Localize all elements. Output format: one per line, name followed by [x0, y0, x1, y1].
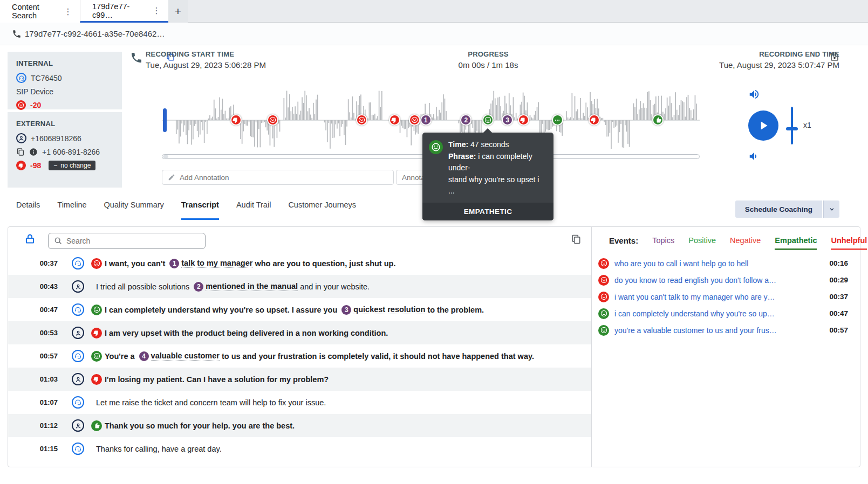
waveform-marker-angry[interactable]	[356, 114, 367, 126]
minus-icon: −	[53, 162, 57, 169]
volume-down-icon[interactable]	[748, 150, 760, 162]
tab-content-search[interactable]: Content Search ⋮	[0, 0, 80, 23]
tooltip-time-value: 47 seconds	[470, 140, 509, 149]
waveform-marker-thumbdown[interactable]	[589, 114, 600, 126]
copy-transcript-icon[interactable]	[571, 234, 582, 245]
agent-avatar-icon	[72, 396, 84, 409]
topic-phrase[interactable]: quickest resolution	[353, 305, 425, 314]
topic-phrase[interactable]: talk to my manager	[181, 259, 252, 268]
events-list: who are you to call i want help go to he…	[592, 255, 860, 338]
angry-sentiment-icon	[598, 258, 609, 269]
schedule-coaching-button[interactable]: Schedule Coaching	[735, 200, 822, 218]
events-filter-topics[interactable]: Topics	[652, 236, 674, 250]
kebab-menu-icon[interactable]: ⋮	[150, 5, 163, 16]
waveform-marker-smiley[interactable]	[482, 114, 494, 126]
tooltip-time-label: Time:	[448, 140, 468, 149]
smiley-sentiment-icon	[598, 325, 609, 336]
scrollbar-thumb[interactable]	[163, 155, 168, 158]
copy-number-icon[interactable]	[16, 148, 25, 156]
waveform-marker-topic-1[interactable]: 1	[420, 114, 432, 126]
tab-quality-summary[interactable]: Quality Summary	[104, 200, 164, 220]
tab-call-id[interactable]: 179d7e77-c99… ⋮	[80, 0, 168, 23]
recording-end-value: Tue, August 29, 2023 5:07:47 PM	[719, 60, 839, 70]
tab-timeline[interactable]: Timeline	[57, 200, 86, 220]
transcript-row[interactable]: 00:57You're a 4valuable customer to us a…	[8, 344, 591, 368]
event-phrase-link[interactable]: do you know to read english you don't fo…	[614, 276, 829, 285]
event-item[interactable]: i want you can't talk to my manager who …	[592, 288, 860, 305]
transcript-row[interactable]: 01:15Thanks for calling, have a great da…	[8, 437, 591, 460]
row-timestamp: 00:43	[38, 282, 58, 291]
tab-label: Content Search	[12, 3, 61, 20]
topic-phrase[interactable]: valuable customer	[151, 351, 220, 361]
transcript-row[interactable]: 01:12Thank you so much for your help. yo…	[8, 414, 591, 437]
tab-transcript[interactable]: Transcript	[181, 200, 219, 220]
coaching-dropdown-button[interactable]	[823, 200, 839, 218]
speed-slider[interactable]	[791, 107, 793, 144]
event-item[interactable]: who are you to call i want help go to he…	[592, 255, 860, 272]
external-party-card: EXTERNAL +16068918266 +1 606-891-8266 -9…	[8, 112, 122, 188]
waveform-marker-thumbdown[interactable]	[518, 114, 529, 126]
row-message: I want, you can't 1talk to my manager wh…	[105, 259, 395, 268]
annotation-text-field[interactable]	[180, 174, 388, 182]
speed-slider-handle[interactable]	[786, 127, 798, 130]
event-item[interactable]: i can completely understand why you're s…	[592, 305, 860, 322]
transcript-row[interactable]: 01:07Let me raise the ticket and concern…	[8, 391, 591, 414]
row-timestamp: 00:37	[38, 259, 58, 267]
kebab-menu-icon[interactable]: ⋮	[61, 6, 74, 17]
waveform-marker-thumbdown[interactable]	[230, 114, 242, 126]
event-item[interactable]: do you know to read english you don't fo…	[592, 272, 860, 288]
row-message: I can completely understand why you're s…	[105, 305, 484, 315]
event-phrase-link[interactable]: i want you can't talk to my manager who …	[614, 293, 829, 301]
tab-details[interactable]: Details	[16, 200, 40, 220]
sentiment-change-badge: −no change	[49, 161, 95, 170]
tab-audit-trail[interactable]: Audit Trail	[236, 200, 271, 220]
topic-badge[interactable]: 4	[139, 351, 149, 361]
waveform-marker-topic-3[interactable]: 3	[502, 114, 513, 126]
transcript-row[interactable]: 00:53I am very upset with the product be…	[8, 321, 591, 344]
events-filter-empathetic[interactable]: Empathetic	[775, 236, 817, 250]
transcript-row[interactable]: 00:47I can completely understand why you…	[8, 298, 591, 321]
add-annotation-input[interactable]	[162, 170, 394, 185]
transcript-row[interactable]: 01:03I'm losing my patient. Can I have a…	[8, 368, 591, 391]
volume-up-icon[interactable]	[748, 88, 760, 100]
events-filter-positive[interactable]: Positive	[688, 236, 716, 250]
row-timestamp: 00:53	[38, 329, 58, 337]
events-header: Events: TopicsPositiveNegativeEmpathetic…	[609, 236, 867, 250]
recording-start-value: Tue, August 29, 2023 5:06:28 PM	[146, 60, 266, 70]
transcript-search[interactable]	[48, 233, 206, 249]
row-timestamp: 01:15	[38, 445, 58, 453]
row-timestamp: 00:47	[38, 306, 58, 314]
tab-customer-journeys[interactable]: Customer Journeys	[288, 200, 356, 220]
topic-badge[interactable]: 3	[341, 305, 351, 315]
internal-sentiment-score: -20	[30, 101, 41, 109]
section-tabs: DetailsTimelineQuality SummaryTranscript…	[16, 200, 356, 220]
lock-icon[interactable]	[24, 233, 36, 245]
events-filter-unhelpful[interactable]: Unhelpful	[831, 236, 867, 250]
waveform-marker-angry[interactable]	[267, 114, 278, 126]
event-timestamp: 00:29	[829, 276, 848, 284]
play-button[interactable]	[748, 110, 778, 141]
tab-label: 179d7e77-c99…	[92, 2, 150, 19]
call-id-text: 179d7e77-c992-4661-a35e-70e8462…	[25, 29, 165, 38]
row-message: Thank you so much for your help. you are…	[105, 421, 295, 430]
event-phrase-link[interactable]: i can completely understand why you're s…	[614, 309, 829, 318]
agent-avatar-icon	[72, 257, 84, 269]
transcript-row[interactable]: 00:43I tried all possible solutions 2men…	[8, 275, 591, 298]
search-input[interactable]	[66, 237, 200, 245]
transcript-rows: 00:37I want, you can't 1talk to my manag…	[8, 252, 591, 460]
topic-phrase[interactable]: mentioned in the manual	[206, 282, 298, 291]
event-phrase-link[interactable]: who are you to call i want help go to he…	[614, 259, 829, 268]
topic-badge[interactable]: 2	[194, 282, 203, 292]
waveform-marker-angry[interactable]	[409, 114, 420, 126]
new-tab-button[interactable]: +	[168, 0, 188, 23]
events-filters: TopicsPositiveNegativeEmpatheticUnhelpfu…	[652, 236, 867, 250]
transcript-row[interactable]: 00:37I want, you can't 1talk to my manag…	[8, 252, 591, 275]
info-icon[interactable]	[29, 148, 38, 156]
event-item[interactable]: you're a valuable customer to us and you…	[592, 322, 860, 338]
events-filter-negative[interactable]: Negative	[730, 236, 761, 250]
topic-badge[interactable]: 1	[169, 259, 179, 268]
waveform-marker-thumbdown[interactable]	[389, 114, 400, 126]
agent-icon	[16, 73, 26, 83]
waveform-marker-ellipsis[interactable]	[552, 114, 563, 126]
event-phrase-link[interactable]: you're a valuable customer to us and you…	[614, 326, 829, 335]
